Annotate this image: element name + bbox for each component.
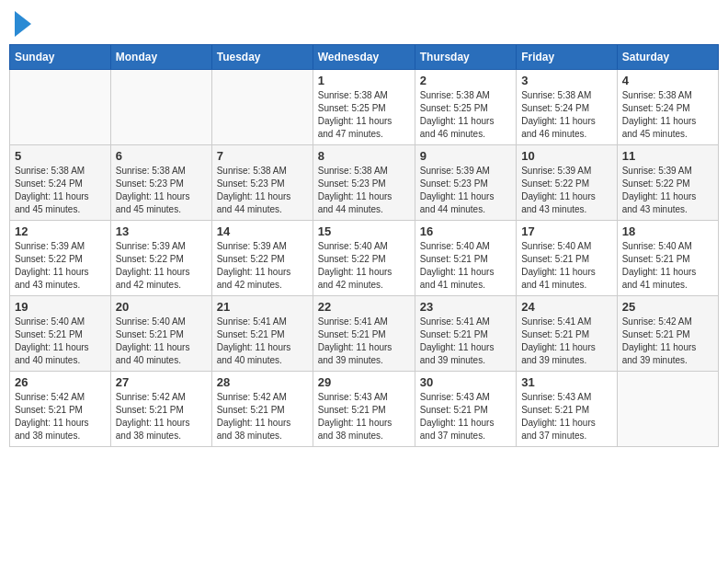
calendar-cell: 8Sunrise: 5:38 AM Sunset: 5:23 PM Daylig… — [313, 145, 415, 221]
day-number: 30 — [420, 375, 511, 389]
day-number: 12 — [15, 224, 106, 238]
calendar-cell: 4Sunrise: 5:38 AM Sunset: 5:24 PM Daylig… — [617, 70, 718, 145]
day-info: Sunrise: 5:43 AM Sunset: 5:21 PM Dayligh… — [318, 391, 410, 442]
calendar-cell: 11Sunrise: 5:39 AM Sunset: 5:22 PM Dayli… — [617, 145, 718, 221]
day-info: Sunrise: 5:41 AM Sunset: 5:21 PM Dayligh… — [521, 316, 612, 367]
day-number: 24 — [521, 300, 612, 314]
calendar-cell: 1Sunrise: 5:38 AM Sunset: 5:25 PM Daylig… — [313, 70, 415, 145]
calendar-cell: 17Sunrise: 5:40 AM Sunset: 5:21 PM Dayli… — [517, 221, 618, 296]
day-number: 1 — [318, 74, 410, 87]
calendar-cell: 6Sunrise: 5:38 AM Sunset: 5:23 PM Daylig… — [110, 145, 211, 221]
calendar-cell: 23Sunrise: 5:41 AM Sunset: 5:21 PM Dayli… — [415, 296, 516, 372]
day-info: Sunrise: 5:41 AM Sunset: 5:21 PM Dayligh… — [318, 316, 410, 367]
col-header-saturday: Saturday — [617, 45, 718, 70]
calendar-cell: 30Sunrise: 5:43 AM Sunset: 5:21 PM Dayli… — [415, 372, 516, 447]
calendar-cell — [617, 372, 718, 447]
day-info: Sunrise: 5:40 AM Sunset: 5:21 PM Dayligh… — [420, 240, 511, 292]
day-info: Sunrise: 5:39 AM Sunset: 5:22 PM Dayligh… — [622, 165, 713, 216]
day-info: Sunrise: 5:39 AM Sunset: 5:22 PM Dayligh… — [15, 240, 106, 292]
day-number: 16 — [420, 224, 511, 238]
day-number: 8 — [318, 149, 410, 163]
calendar-cell: 7Sunrise: 5:38 AM Sunset: 5:23 PM Daylig… — [211, 145, 313, 221]
day-info: Sunrise: 5:38 AM Sunset: 5:24 PM Dayligh… — [521, 89, 612, 141]
calendar-cell: 18Sunrise: 5:40 AM Sunset: 5:21 PM Dayli… — [617, 221, 718, 296]
calendar-cell: 26Sunrise: 5:42 AM Sunset: 5:21 PM Dayli… — [10, 372, 111, 447]
day-info: Sunrise: 5:40 AM Sunset: 5:22 PM Dayligh… — [318, 240, 410, 292]
col-header-sunday: Sunday — [10, 45, 111, 70]
calendar-week-row: 26Sunrise: 5:42 AM Sunset: 5:21 PM Dayli… — [10, 372, 719, 447]
calendar-cell: 28Sunrise: 5:42 AM Sunset: 5:21 PM Dayli… — [211, 372, 313, 447]
calendar-week-row: 19Sunrise: 5:40 AM Sunset: 5:21 PM Dayli… — [10, 296, 719, 372]
day-info: Sunrise: 5:40 AM Sunset: 5:21 PM Dayligh… — [116, 316, 207, 367]
col-header-tuesday: Tuesday — [211, 45, 313, 70]
day-number: 19 — [15, 300, 106, 314]
day-info: Sunrise: 5:43 AM Sunset: 5:21 PM Dayligh… — [521, 391, 612, 442]
day-info: Sunrise: 5:42 AM Sunset: 5:21 PM Dayligh… — [116, 391, 207, 442]
calendar-cell: 29Sunrise: 5:43 AM Sunset: 5:21 PM Dayli… — [313, 372, 415, 447]
calendar-cell: 19Sunrise: 5:40 AM Sunset: 5:21 PM Dayli… — [10, 296, 111, 372]
logo — [13, 9, 31, 37]
calendar-week-row: 12Sunrise: 5:39 AM Sunset: 5:22 PM Dayli… — [10, 221, 719, 296]
calendar-cell: 24Sunrise: 5:41 AM Sunset: 5:21 PM Dayli… — [517, 296, 618, 372]
col-header-thursday: Thursday — [415, 45, 516, 70]
col-header-friday: Friday — [517, 45, 618, 70]
calendar-week-row: 5Sunrise: 5:38 AM Sunset: 5:24 PM Daylig… — [10, 145, 719, 221]
day-number: 7 — [217, 149, 308, 163]
calendar-cell: 25Sunrise: 5:42 AM Sunset: 5:21 PM Dayli… — [617, 296, 718, 372]
col-header-monday: Monday — [110, 45, 211, 70]
calendar-cell: 15Sunrise: 5:40 AM Sunset: 5:22 PM Dayli… — [313, 221, 415, 296]
day-info: Sunrise: 5:41 AM Sunset: 5:21 PM Dayligh… — [217, 316, 308, 367]
calendar-cell: 20Sunrise: 5:40 AM Sunset: 5:21 PM Dayli… — [110, 296, 211, 372]
calendar-cell: 5Sunrise: 5:38 AM Sunset: 5:24 PM Daylig… — [10, 145, 111, 221]
calendar-cell: 16Sunrise: 5:40 AM Sunset: 5:21 PM Dayli… — [415, 221, 516, 296]
calendar-cell: 2Sunrise: 5:38 AM Sunset: 5:25 PM Daylig… — [415, 70, 516, 145]
day-info: Sunrise: 5:42 AM Sunset: 5:21 PM Dayligh… — [15, 391, 106, 442]
day-info: Sunrise: 5:42 AM Sunset: 5:21 PM Dayligh… — [622, 316, 713, 367]
day-number: 29 — [318, 375, 410, 389]
day-number: 31 — [521, 375, 612, 389]
calendar-cell: 27Sunrise: 5:42 AM Sunset: 5:21 PM Dayli… — [110, 372, 211, 447]
calendar-header-row: SundayMondayTuesdayWednesdayThursdayFrid… — [10, 45, 719, 70]
calendar-cell — [10, 70, 111, 145]
day-info: Sunrise: 5:42 AM Sunset: 5:21 PM Dayligh… — [217, 391, 308, 442]
day-info: Sunrise: 5:41 AM Sunset: 5:21 PM Dayligh… — [420, 316, 511, 367]
day-info: Sunrise: 5:38 AM Sunset: 5:23 PM Dayligh… — [116, 165, 207, 216]
calendar-cell: 21Sunrise: 5:41 AM Sunset: 5:21 PM Dayli… — [211, 296, 313, 372]
calendar-cell: 22Sunrise: 5:41 AM Sunset: 5:21 PM Dayli… — [313, 296, 415, 372]
day-info: Sunrise: 5:43 AM Sunset: 5:21 PM Dayligh… — [420, 391, 511, 442]
calendar-cell: 31Sunrise: 5:43 AM Sunset: 5:21 PM Dayli… — [517, 372, 618, 447]
day-info: Sunrise: 5:39 AM Sunset: 5:22 PM Dayligh… — [521, 165, 612, 216]
day-info: Sunrise: 5:38 AM Sunset: 5:25 PM Dayligh… — [420, 89, 511, 141]
day-info: Sunrise: 5:38 AM Sunset: 5:25 PM Dayligh… — [318, 89, 410, 141]
day-number: 15 — [318, 224, 410, 238]
calendar-cell: 3Sunrise: 5:38 AM Sunset: 5:24 PM Daylig… — [517, 70, 618, 145]
day-number: 26 — [15, 375, 106, 389]
calendar-cell: 13Sunrise: 5:39 AM Sunset: 5:22 PM Dayli… — [110, 221, 211, 296]
day-number: 5 — [15, 149, 106, 163]
day-number: 10 — [521, 149, 612, 163]
day-info: Sunrise: 5:38 AM Sunset: 5:24 PM Dayligh… — [15, 165, 106, 216]
day-number: 18 — [622, 224, 713, 238]
day-number: 6 — [116, 149, 207, 163]
day-info: Sunrise: 5:40 AM Sunset: 5:21 PM Dayligh… — [15, 316, 106, 367]
calendar-cell — [110, 70, 211, 145]
day-number: 22 — [318, 300, 410, 314]
day-info: Sunrise: 5:39 AM Sunset: 5:22 PM Dayligh… — [217, 240, 308, 292]
calendar-week-row: 1Sunrise: 5:38 AM Sunset: 5:25 PM Daylig… — [10, 70, 719, 145]
day-number: 20 — [116, 300, 207, 314]
day-number: 4 — [622, 74, 713, 87]
day-number: 17 — [521, 224, 612, 238]
day-info: Sunrise: 5:39 AM Sunset: 5:23 PM Dayligh… — [420, 165, 511, 216]
day-number: 14 — [217, 224, 308, 238]
day-number: 11 — [622, 149, 713, 163]
calendar-cell: 14Sunrise: 5:39 AM Sunset: 5:22 PM Dayli… — [211, 221, 313, 296]
page-header — [9, 9, 719, 37]
day-number: 9 — [420, 149, 511, 163]
day-number: 3 — [521, 74, 612, 87]
day-number: 23 — [420, 300, 511, 314]
day-info: Sunrise: 5:38 AM Sunset: 5:23 PM Dayligh… — [217, 165, 308, 216]
day-info: Sunrise: 5:40 AM Sunset: 5:21 PM Dayligh… — [521, 240, 612, 292]
day-number: 28 — [217, 375, 308, 389]
day-info: Sunrise: 5:38 AM Sunset: 5:23 PM Dayligh… — [318, 165, 410, 216]
calendar-table: SundayMondayTuesdayWednesdayThursdayFrid… — [9, 44, 719, 447]
